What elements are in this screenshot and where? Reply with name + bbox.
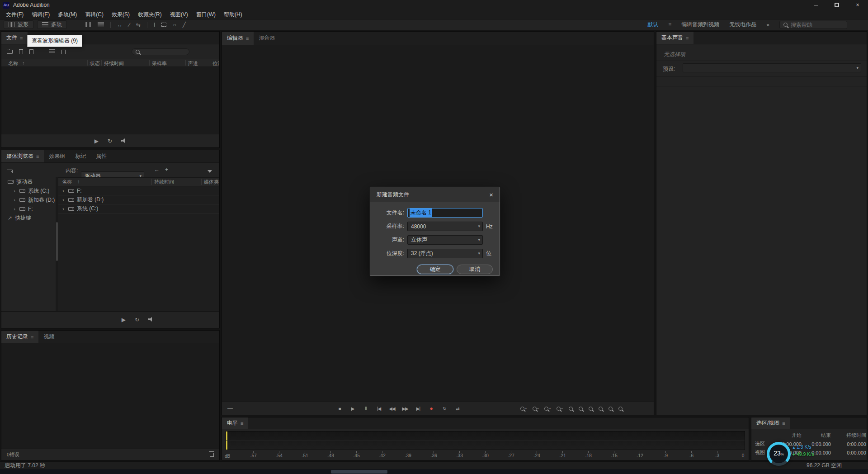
files-list-empty[interactable]	[1, 67, 219, 134]
media-play-button[interactable]: ▶	[122, 317, 126, 323]
expander-icon[interactable]: ›	[12, 197, 17, 203]
files-search-box[interactable]	[132, 48, 189, 55]
expander-icon[interactable]: ›	[12, 206, 17, 212]
zoom-to-out-point-button[interactable]	[579, 407, 583, 411]
menu-item[interactable]: 剪辑(C)	[81, 11, 108, 19]
tab-selection-view[interactable]: 选区/视图 ≡	[751, 417, 790, 429]
expander-icon[interactable]: ›	[61, 206, 66, 212]
panel-menu-icon[interactable]: ≡	[31, 334, 33, 340]
menu-item[interactable]: 编辑(E)	[28, 11, 54, 19]
record-button[interactable]: ●	[428, 405, 435, 412]
delete-file-button[interactable]	[61, 49, 66, 54]
clear-history-button[interactable]	[210, 451, 214, 458]
zoom-to-in-point-button[interactable]	[569, 407, 573, 411]
dialog-title-bar[interactable]: 新建音频文件 ×	[370, 187, 500, 202]
tree-item-system-c[interactable]: › 系统 (C:)	[1, 186, 56, 195]
panel-menu-icon[interactable]: ≡	[686, 35, 689, 41]
brush-selection-tool-button[interactable]: ╱	[183, 22, 186, 28]
back-button[interactable]: ←	[154, 166, 160, 173]
sample-rate-dropdown[interactable]: 48000 ▾	[407, 222, 483, 231]
skip-to-end-button[interactable]: ▶|	[415, 406, 422, 411]
rewind-button[interactable]: ◀◀	[388, 406, 396, 411]
zoom-out-time-button[interactable]: −	[557, 407, 563, 411]
cancel-button[interactable]: 取消	[457, 265, 493, 274]
menu-item[interactable]: 帮助(H)	[220, 11, 246, 19]
new-file-button[interactable]	[29, 49, 33, 54]
help-search-input[interactable]	[791, 22, 840, 28]
add-shortcut-button[interactable]: +	[165, 166, 168, 173]
minimize-button[interactable]	[806, 0, 826, 10]
tab-video[interactable]: 视频	[38, 331, 59, 343]
tree-item-drives[interactable]: 驱动器	[1, 177, 56, 186]
import-file-button[interactable]	[19, 49, 23, 54]
tab-essential-sound[interactable]: 基本声音 ≡	[656, 32, 693, 44]
full-zoom-button[interactable]	[618, 407, 623, 411]
tree-item-f[interactable]: › F:	[1, 204, 56, 213]
files-search-input[interactable]	[143, 48, 179, 55]
panel-menu-icon[interactable]: ≡	[241, 421, 243, 426]
spectral-display-button[interactable]	[98, 22, 104, 27]
tab-mixer[interactable]: 混音器	[254, 32, 280, 45]
tree-item-new-volume-d[interactable]: › 新加卷 (D:)	[1, 195, 56, 204]
expander-icon[interactable]: ›	[61, 197, 66, 203]
history-list-empty[interactable]	[1, 343, 219, 449]
menu-item[interactable]: 效果(S)	[108, 11, 134, 19]
move-tool-button[interactable]: ↔	[117, 22, 123, 28]
tab-editor[interactable]: 编辑器 ≡	[222, 32, 254, 45]
open-file-button[interactable]	[7, 50, 13, 54]
media-list-row-system-c[interactable]: › 系统 (C:)	[58, 204, 219, 213]
lasso-selection-tool-button[interactable]: ○	[173, 22, 176, 28]
zoom-in-time-button[interactable]: +	[544, 407, 551, 411]
loop-playback-button[interactable]: ↻	[441, 406, 448, 411]
zoom-history-button[interactable]	[609, 407, 613, 411]
play-button[interactable]: ▶	[349, 406, 356, 411]
panel-menu-icon[interactable]: ≡	[782, 421, 785, 426]
windows-taskbar[interactable]	[0, 469, 868, 474]
bit-depth-dropdown[interactable]: 32 (浮点) ▾	[407, 249, 483, 258]
tab-media-browser[interactable]: 媒体浏览器 ≡	[1, 150, 44, 162]
menu-item[interactable]: 文件(F)	[2, 11, 28, 19]
panel-menu-icon[interactable]: ≡	[20, 35, 23, 41]
files-autoplay-button[interactable]	[121, 138, 126, 144]
media-loop-button[interactable]: ↻	[135, 317, 139, 323]
restore-button[interactable]	[826, 0, 847, 10]
menu-item[interactable]: 窗口(W)	[192, 11, 220, 19]
stop-button[interactable]: ■	[336, 406, 343, 411]
workspace-overflow-button[interactable]: »	[766, 22, 769, 28]
navigator-collapse-icon[interactable]: —	[227, 405, 233, 412]
workspace-radio-production[interactable]: 无线电作品	[729, 21, 756, 28]
selection-duration[interactable]: 0:00.000	[831, 441, 866, 447]
workspace-edit-audio-to-video[interactable]: 编辑音频到视频	[681, 21, 719, 28]
zoom-in-amplitude-button[interactable]: +	[520, 407, 527, 411]
view-duration[interactable]: 0:00.000	[831, 450, 866, 455]
tree-item-shortcuts[interactable]: ↗ 快捷键	[1, 213, 56, 223]
cpu-usage-ring[interactable]: 23 %	[767, 442, 791, 466]
files-column-header[interactable]: 名称 ↑ 状态 持续时间 采样率 声道 位深度	[1, 59, 219, 67]
razor-tool-button[interactable]: ∕	[129, 22, 130, 28]
expander-icon[interactable]: ›	[12, 188, 17, 194]
files-play-button[interactable]: ▶	[94, 138, 99, 144]
reset-zoom-button[interactable]	[599, 407, 603, 411]
zoom-out-amplitude-button[interactable]: −	[533, 407, 539, 411]
marquee-selection-tool-button[interactable]	[161, 23, 166, 27]
waveform-display-button[interactable]	[85, 22, 91, 27]
preset-dropdown[interactable]: ▾	[683, 63, 861, 72]
time-selection-tool-button[interactable]: I	[154, 22, 155, 28]
level-meter[interactable]	[226, 431, 745, 450]
files-loop-button[interactable]: ↻	[108, 138, 112, 144]
dialog-close-button[interactable]: ×	[489, 191, 493, 199]
help-search-box[interactable]	[779, 21, 847, 29]
waveform-view-button[interactable]: 波形	[4, 20, 33, 29]
menu-item[interactable]: 收藏夹(R)	[134, 11, 166, 19]
tab-markers[interactable]: 标记	[70, 150, 91, 162]
workspace-default[interactable]: 默认	[647, 21, 658, 28]
filter-button[interactable]	[208, 168, 212, 174]
pause-button[interactable]: Ⅱ	[362, 406, 369, 411]
workspace-menu-button[interactable]: ≡	[668, 22, 671, 28]
scrollbar-thumb[interactable]	[56, 222, 58, 261]
media-list-row-new-volume-d[interactable]: › 新加卷 (D:)	[58, 195, 219, 204]
tab-properties[interactable]: 属性	[91, 150, 112, 162]
expander-icon[interactable]: ›	[61, 188, 66, 194]
media-list-row-f[interactable]: › F:	[58, 186, 219, 195]
fast-forward-button[interactable]: ▶▶	[401, 406, 409, 411]
